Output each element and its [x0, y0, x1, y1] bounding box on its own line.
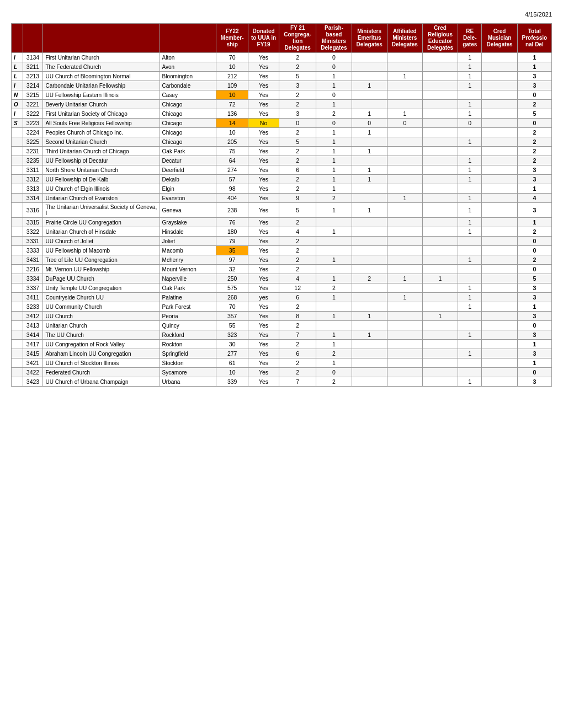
table-cell [12, 312, 23, 321]
col-header-congregation [43, 24, 160, 53]
table-cell: 10 [216, 62, 248, 72]
table-cell: Yes [248, 109, 279, 119]
table-cell: 5 [517, 274, 551, 283]
table-row: L3213UU Church of Bloomington NormalBloo… [12, 72, 552, 81]
table-cell [12, 165, 23, 175]
table-cell: No [248, 119, 279, 128]
col-header-donated: Donatedto UUA inFY19 [248, 24, 279, 53]
table-cell: Second Unitarian Church [43, 137, 160, 147]
table-cell [482, 175, 517, 184]
col-header-fy21: FY 21Congrega-tionDelegates [279, 24, 316, 53]
table-cell: 3333 [23, 246, 43, 255]
table-cell: 1 [387, 109, 422, 119]
table-cell [422, 137, 458, 147]
table-cell: 7 [279, 377, 316, 387]
table-cell [482, 349, 517, 358]
table-cell [387, 312, 422, 321]
table-cell [422, 147, 458, 156]
table-row: 3315Prairie Circle UU CongregationGraysl… [12, 218, 552, 227]
table-cell: 32 [216, 265, 248, 274]
table-cell: Alton [160, 53, 216, 62]
table-cell: 1 [517, 302, 551, 312]
table-cell: 1 [352, 109, 387, 119]
table-cell [387, 147, 422, 156]
table-cell: 1 [458, 255, 482, 265]
table-cell [387, 62, 422, 72]
table-cell: 3 [517, 283, 551, 293]
table-cell [387, 128, 422, 137]
table-cell: The Federated Church [43, 62, 160, 72]
table-cell: 2 [316, 194, 352, 203]
table-cell: Yes [248, 255, 279, 265]
table-cell: I [12, 53, 23, 62]
table-cell: 1 [352, 147, 387, 156]
table-cell [352, 255, 387, 265]
table-cell: Yes [248, 368, 279, 377]
table-cell: 3313 [23, 184, 43, 194]
table-cell: 2 [279, 62, 316, 72]
table-cell: 1 [387, 293, 422, 302]
table-cell [422, 128, 458, 137]
table-cell [458, 274, 482, 283]
table-cell [352, 377, 387, 387]
table-cell [352, 246, 387, 255]
table-cell [387, 184, 422, 194]
table-cell [12, 274, 23, 283]
table-cell: 2 [279, 53, 316, 62]
table-cell [482, 194, 517, 203]
table-cell: 2 [279, 358, 316, 368]
table-cell [422, 255, 458, 265]
table-cell [387, 358, 422, 368]
col-header-fy22: FY22Member-ship [216, 24, 248, 53]
table-cell [352, 53, 387, 62]
table-cell: Yes [248, 283, 279, 293]
table-cell [482, 274, 517, 283]
table-cell: Unity Temple UU Congregation [43, 283, 160, 293]
table-cell: 1 [517, 184, 551, 194]
table-row: 3333UU Fellowship of MacombMacomb35Yes20 [12, 246, 552, 255]
col-header-cred-mus: CredMusicianDelegates [482, 24, 517, 53]
table-cell [482, 100, 517, 109]
table-cell: 0 [517, 90, 551, 100]
table-cell: Unitarian Church [43, 321, 160, 330]
table-cell: 3223 [23, 119, 43, 128]
table-body: I3134First Unitarian ChurchAlton70Yes201… [12, 53, 552, 387]
table-cell: Yes [248, 321, 279, 330]
table-cell: 2 [517, 137, 551, 147]
table-cell: 2 [279, 128, 316, 137]
table-row: 3414The UU ChurchRockford323Yes71113 [12, 330, 552, 340]
table-cell: 1 [458, 349, 482, 358]
table-cell: Yes [248, 137, 279, 147]
table-row: N3215UU Fellowship Eastern IllinoisCasey… [12, 90, 552, 100]
table-cell [12, 137, 23, 147]
table-cell: L [12, 72, 23, 81]
table-cell [387, 237, 422, 246]
table-cell: Sycamore [160, 368, 216, 377]
table-cell: All Souls Free Religious Fellowship [43, 119, 160, 128]
table-cell: 1 [458, 109, 482, 119]
table-cell: Yes [248, 165, 279, 175]
table-cell: Mt. Vernon UU Fellowship [43, 265, 160, 274]
table-cell [422, 156, 458, 165]
table-cell: 3215 [23, 90, 43, 100]
table-cell [482, 156, 517, 165]
table-cell: 3 [279, 81, 316, 90]
table-cell: 0 [352, 119, 387, 128]
table-cell: Rockton [160, 340, 216, 349]
table-cell: 2 [279, 156, 316, 165]
table-cell [458, 340, 482, 349]
table-cell: 109 [216, 81, 248, 90]
table-cell: 0 [517, 368, 551, 377]
table-cell [12, 302, 23, 312]
table-cell: Yes [248, 53, 279, 62]
table-cell: 1 [458, 194, 482, 203]
table-cell: Grayslake [160, 218, 216, 227]
table-row: 3421UU Church of Stockton IllinoisStockt… [12, 358, 552, 368]
table-cell: Yes [248, 81, 279, 90]
table-cell [422, 321, 458, 330]
table-cell: DuPage UU Church [43, 274, 160, 283]
table-cell: I [12, 81, 23, 90]
table-cell: 136 [216, 109, 248, 119]
table-cell: 3211 [23, 62, 43, 72]
table-cell: 76 [216, 218, 248, 227]
